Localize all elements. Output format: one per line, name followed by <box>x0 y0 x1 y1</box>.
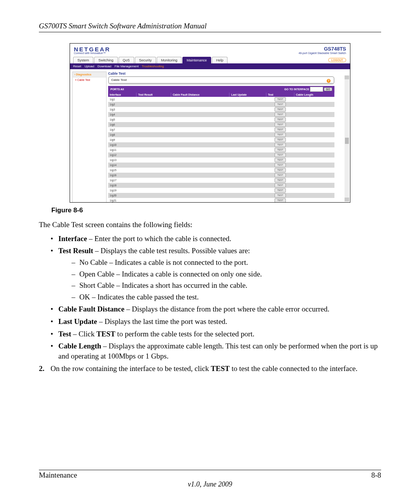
test-button[interactable]: TEST <box>275 183 286 187</box>
tab-system[interactable]: System <box>73 57 93 63</box>
test-button[interactable]: TEST <box>275 138 286 142</box>
cell-empty <box>229 127 266 132</box>
cell-empty <box>294 147 334 152</box>
cell-empty <box>171 188 229 193</box>
subnav-upload[interactable]: Upload <box>84 65 94 68</box>
test-button[interactable]: TEST <box>275 148 286 152</box>
col-header: Test <box>266 93 294 97</box>
col-header: Cable Fault Distance <box>171 93 229 97</box>
cell-empty <box>136 178 171 183</box>
test-button[interactable]: TEST <box>275 168 286 172</box>
table-row: 1/g16TEST <box>108 173 334 178</box>
test-button[interactable]: TEST <box>275 178 286 182</box>
table-row: 1/g15TEST <box>108 168 334 173</box>
test-button[interactable]: TEST <box>275 102 286 107</box>
test-button[interactable]: TEST <box>275 107 286 112</box>
test-button[interactable]: TEST <box>275 158 286 162</box>
cell-interface: 1/g21 <box>108 198 136 203</box>
tab-monitoring[interactable]: Monitoring <box>157 57 182 63</box>
cell-empty <box>229 188 266 193</box>
cell-interface: 1/g16 <box>108 173 136 178</box>
tab-security[interactable]: Security <box>135 57 156 63</box>
subnav-download[interactable]: Download <box>98 65 112 68</box>
cell-empty <box>136 137 171 142</box>
cell-empty <box>171 163 229 168</box>
section-title: Cable Test <box>108 72 350 75</box>
test-button[interactable]: TEST <box>275 188 286 192</box>
cell-empty <box>229 198 266 203</box>
cell-empty <box>136 152 171 158</box>
test-button[interactable]: TEST <box>275 128 286 132</box>
test-button[interactable]: TEST <box>275 153 286 157</box>
cell-empty <box>229 178 266 183</box>
test-button[interactable]: TEST <box>275 97 286 102</box>
running-header: GS700TS Smart Switch Software Administra… <box>39 22 381 30</box>
cell-empty <box>171 158 229 163</box>
tab-maintenance[interactable]: Maintenance <box>182 57 211 63</box>
test-button[interactable]: TEST <box>275 133 286 137</box>
cell-interface: 1/g12 <box>108 152 136 158</box>
cell-interface: 1/g14 <box>108 163 136 168</box>
cable-test-table: InterfaceTest ResultCable Fault Distance… <box>108 93 334 203</box>
go-to-interface-input[interactable] <box>310 87 323 92</box>
scrollbar[interactable] <box>345 75 349 201</box>
cell-interface: 1/g20 <box>108 193 136 198</box>
test-button[interactable]: TEST <box>275 143 286 147</box>
tab-switching[interactable]: Switching <box>94 57 118 63</box>
cell-interface: 1/g17 <box>108 178 136 183</box>
test-button[interactable]: TEST <box>275 117 286 122</box>
cell-empty <box>229 107 266 112</box>
cell-interface: 1/g3 <box>108 107 136 112</box>
cell-empty <box>229 158 266 163</box>
cell-empty <box>229 112 266 117</box>
leftnav-cable-test[interactable]: » Cable Test <box>73 77 106 82</box>
tab-qos[interactable]: QoS <box>119 57 134 63</box>
cell-empty <box>171 168 229 173</box>
cell-empty <box>136 132 171 137</box>
leftnav-header[interactable]: › Diagnostics <box>73 72 106 77</box>
test-button[interactable]: TEST <box>275 112 286 117</box>
cell-empty <box>136 102 171 107</box>
ports-all[interactable]: PORTS All <box>110 88 124 91</box>
cell-interface: 1/g11 <box>108 147 136 152</box>
cell-empty <box>294 198 334 203</box>
cell-empty <box>294 188 334 193</box>
footer-section: Maintenance <box>39 471 77 480</box>
go-button[interactable]: GO <box>324 88 332 91</box>
test-button[interactable]: TEST <box>275 193 286 198</box>
cell-empty <box>171 122 229 127</box>
cell-empty <box>229 97 266 102</box>
test-button[interactable]: TEST <box>275 163 286 167</box>
tab-help[interactable]: Help <box>212 57 228 63</box>
test-button[interactable]: TEST <box>275 122 286 127</box>
cell-empty <box>136 198 171 203</box>
help-icon[interactable]: ? <box>327 79 331 83</box>
subnav-filemgmt[interactable]: File Management <box>115 65 139 68</box>
table-row: 1/g4TEST <box>108 112 334 117</box>
cell-empty <box>229 117 266 122</box>
cell-empty <box>229 122 266 127</box>
test-button[interactable]: TEST <box>275 198 286 203</box>
col-header: Last Update <box>229 93 266 97</box>
cell-empty <box>136 127 171 132</box>
cell-interface: 1/g9 <box>108 137 136 142</box>
cell-empty <box>229 193 266 198</box>
sub-nav: Reset Upload Download File Management Tr… <box>70 63 350 69</box>
table-row: 1/g9TEST <box>108 137 334 142</box>
cell-empty <box>294 132 334 137</box>
cell-interface: 1/g5 <box>108 117 136 122</box>
cell-empty <box>294 193 334 198</box>
logout-button[interactable]: LOGOUT <box>328 58 346 62</box>
cell-empty <box>171 127 229 132</box>
inner-title: Cable Test <box>111 78 127 82</box>
cell-empty <box>294 107 334 112</box>
table-row: 1/g2TEST <box>108 102 334 107</box>
subnav-troubleshooting[interactable]: Troubleshooting <box>142 65 164 68</box>
cell-empty <box>294 173 334 178</box>
go-to-interface-label: GO TO INTERFACE <box>284 88 309 91</box>
subnav-reset[interactable]: Reset <box>73 65 81 68</box>
test-button[interactable]: TEST <box>275 173 286 177</box>
cell-empty <box>229 102 266 107</box>
cell-empty <box>229 163 266 168</box>
cell-empty <box>171 112 229 117</box>
